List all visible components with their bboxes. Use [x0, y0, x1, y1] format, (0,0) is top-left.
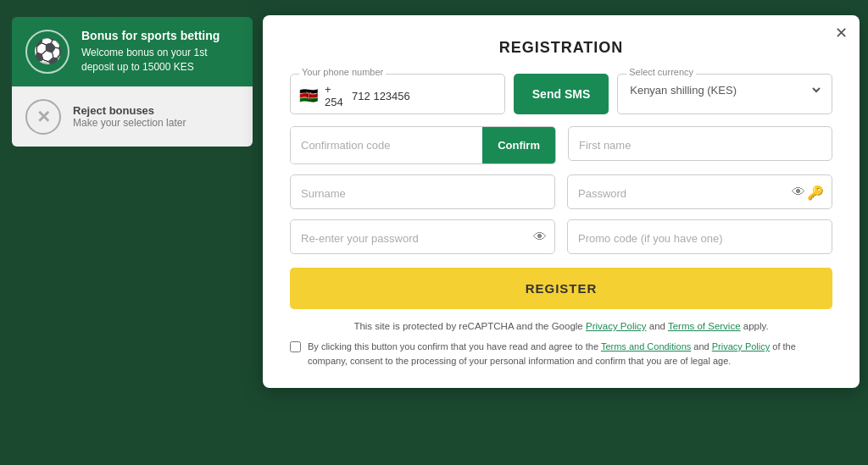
reject-icon: ✕ [25, 99, 61, 135]
currency-wrapper: Select currency Kenyan shilling (KES) US… [617, 74, 832, 114]
recaptcha-prefix: This site is protected by reCAPTCHA and … [353, 321, 582, 331]
left-panel: ⚽ Bonus for sports betting Welcome bonus… [12, 17, 253, 147]
reject-card[interactable]: ✕ Reject bonuses Make your selection lat… [12, 86, 253, 147]
confirm-button[interactable]: Confirm [482, 127, 555, 163]
confirmation-row: Confirm [290, 126, 832, 164]
password-group: 🔑 👁 [567, 174, 832, 209]
eye-slash-icon[interactable]: 👁 [533, 230, 547, 245]
terms-text: By clicking this button you confirm that… [308, 340, 832, 368]
currency-select[interactable]: Kenyan shilling (KES) USD EUR [626, 83, 823, 97]
bonus-card[interactable]: ⚽ Bonus for sports betting Welcome bonus… [12, 17, 253, 86]
close-button[interactable]: ✕ [835, 25, 848, 41]
bonus-title: Bonus for sports betting [81, 29, 239, 42]
surname-group [290, 174, 555, 209]
first-name-wrapper [568, 126, 832, 164]
modal-title: REGISTRATION [290, 39, 832, 57]
key-icon: 🔑 [807, 184, 824, 200]
send-sms-button[interactable]: Send SMS [514, 74, 609, 114]
currency-label: Select currency [626, 67, 696, 77]
terms-row: By clicking this button you confirm that… [290, 340, 832, 368]
registration-modal: ✕ REGISTRATION Your phone number 🇰🇪 + 25… [263, 15, 860, 388]
promo-group [567, 219, 832, 254]
phone-input[interactable] [352, 90, 496, 102]
privacy-policy-link[interactable]: Privacy Policy [586, 321, 647, 331]
phone-input-inner: 🇰🇪 + 254 [299, 83, 496, 108]
and-text: and [649, 321, 665, 331]
bonus-text: Bonus for sports betting Welcome bonus o… [81, 29, 239, 75]
promo-code-input[interactable] [567, 219, 832, 254]
surname-input[interactable] [290, 174, 555, 209]
bonus-desc: Welcome bonus on your 1st deposit up to … [81, 46, 239, 75]
recaptcha-text: This site is protected by reCAPTCHA and … [290, 321, 832, 331]
reject-text: Reject bonuses Make your selection later [73, 104, 186, 129]
first-name-input[interactable] [568, 126, 832, 161]
apply-text: apply. [743, 321, 769, 331]
eye-icon[interactable]: 👁 [792, 185, 805, 200]
register-button[interactable]: REGISTER [290, 268, 832, 309]
soccer-ball-icon: ⚽ [25, 30, 70, 74]
privacy-policy2-link[interactable]: Privacy Policy [712, 341, 770, 352]
phone-currency-row: Your phone number 🇰🇪 + 254 Send SMS Sele… [290, 74, 832, 114]
repassword-group: 👁 [290, 219, 555, 254]
repassword-input[interactable] [290, 219, 555, 254]
confirmation-wrapper: Confirm [290, 126, 556, 164]
phone-code: + 254 [325, 83, 345, 108]
confirmation-code-input[interactable] [291, 127, 482, 163]
terms-conditions-link[interactable]: Terms and Conditions [601, 341, 691, 352]
reject-title: Reject bonuses [73, 104, 186, 117]
phone-field-wrapper: Your phone number 🇰🇪 + 254 [290, 74, 505, 114]
terms-checkbox[interactable] [290, 341, 301, 352]
repassword-promo-row: 👁 [290, 219, 832, 254]
reject-desc: Make your selection later [73, 117, 186, 129]
flag-icon: 🇰🇪 [299, 86, 318, 105]
surname-password-row: 🔑 👁 [290, 174, 832, 209]
terms-of-service-link[interactable]: Terms of Service [668, 321, 741, 331]
phone-label: Your phone number [299, 67, 386, 77]
